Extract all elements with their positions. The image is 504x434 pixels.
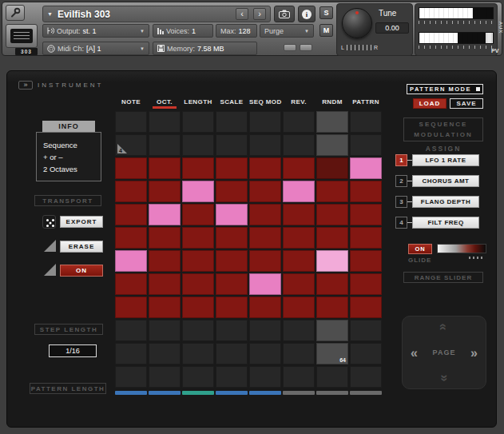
grid-cell[interactable] — [216, 320, 248, 341]
grid-cell[interactable] — [316, 250, 348, 272]
assign-slot-button[interactable]: CHORUS AMT — [412, 175, 479, 187]
column-header-seq-mod[interactable]: SEQ MOD — [249, 97, 281, 107]
grid-cell[interactable] — [316, 134, 348, 156]
grid-cell[interactable] — [115, 273, 147, 295]
grid-cell[interactable] — [283, 157, 315, 179]
grid-cell[interactable] — [249, 320, 281, 341]
max-voices-display[interactable]: Max: 128 — [216, 24, 257, 38]
column-header-length[interactable]: LENGTH — [182, 97, 214, 107]
grid-cell[interactable] — [350, 204, 382, 225]
grid-cell[interactable] — [115, 366, 147, 388]
grid-cell[interactable] — [283, 320, 315, 341]
grid-cell[interactable] — [350, 250, 382, 272]
snapshot-button[interactable] — [274, 6, 295, 22]
grid-cell[interactable] — [216, 204, 248, 225]
erase-button[interactable]: ERASE — [60, 241, 103, 253]
grid-cell[interactable] — [350, 273, 382, 295]
grid-cell[interactable] — [149, 111, 181, 133]
pattern-footer-bar[interactable] — [182, 391, 214, 395]
grid-cell[interactable] — [316, 273, 348, 295]
grid-cell[interactable] — [182, 181, 214, 202]
grid-cell[interactable] — [283, 227, 315, 249]
purge-menu[interactable]: Purge ▼ — [260, 24, 314, 38]
grid-cell[interactable] — [283, 181, 315, 202]
pattern-footer-bar[interactable] — [216, 391, 248, 395]
grid-cell[interactable] — [216, 181, 248, 202]
grid-cell[interactable] — [316, 204, 348, 225]
assign-slot-badge[interactable]: 1 — [395, 154, 407, 166]
grid-cell[interactable] — [316, 157, 348, 179]
grid-cell[interactable] — [249, 111, 281, 133]
minimize-instrument-button[interactable] — [6, 24, 38, 48]
grid-cell[interactable] — [115, 157, 147, 179]
grid-cell[interactable] — [182, 273, 214, 295]
instrument-title-bar[interactable]: ▼ Evilfish 303 ‹ › — [42, 6, 271, 22]
grid-cell[interactable] — [350, 134, 382, 156]
mute-button[interactable]: M — [319, 24, 333, 37]
column-header-rev-[interactable]: REV. — [283, 97, 315, 107]
grid-cell[interactable] — [182, 204, 214, 225]
grid-cell[interactable] — [316, 320, 348, 341]
page-up-button[interactable]: « — [437, 324, 450, 331]
grid-cell[interactable] — [182, 320, 214, 341]
dice-icon[interactable] — [42, 215, 56, 229]
grid-cell[interactable] — [350, 297, 382, 318]
pattern-footer-bar[interactable] — [283, 391, 315, 395]
grid-cell[interactable] — [283, 273, 315, 295]
grid-cell[interactable] — [149, 250, 181, 272]
grid-cell[interactable] — [249, 181, 281, 202]
grid-cell[interactable] — [115, 250, 147, 272]
save-button[interactable]: SAVE — [450, 98, 483, 109]
grid-cell[interactable] — [149, 273, 181, 295]
grid-cell[interactable] — [115, 297, 147, 318]
grid-cell[interactable] — [182, 157, 214, 179]
grid-cell[interactable] — [249, 273, 281, 295]
grid-cell[interactable] — [149, 320, 181, 341]
column-header-oct-[interactable]: OCT. — [149, 97, 181, 107]
edit-instrument-button[interactable] — [6, 5, 25, 21]
grid-cell[interactable] — [283, 343, 315, 364]
grid-cell[interactable] — [249, 157, 281, 179]
assign-slot-badge[interactable]: 2 — [395, 175, 407, 187]
grid-cell[interactable] — [283, 111, 315, 133]
grid-cell[interactable] — [115, 111, 147, 133]
grid-cell[interactable] — [149, 157, 181, 179]
grid-cell[interactable] — [216, 366, 248, 388]
grid-cell[interactable] — [182, 134, 214, 156]
grid-cell[interactable] — [316, 181, 348, 202]
grid-cell[interactable] — [249, 366, 281, 388]
grid-cell[interactable] — [149, 181, 181, 202]
step-length-value[interactable]: 1/16 — [49, 344, 97, 357]
grid-cell[interactable] — [182, 227, 214, 249]
pattern-footer-bar[interactable] — [350, 391, 382, 395]
prev-instrument-button[interactable]: ‹ — [236, 8, 248, 20]
grid-cell[interactable] — [182, 297, 214, 318]
grid-cell[interactable] — [149, 204, 181, 225]
grid-cell[interactable] — [115, 343, 147, 364]
pattern-footer-bar[interactable] — [249, 391, 281, 395]
ramp-icon[interactable] — [44, 240, 56, 252]
export-button[interactable]: EXPORT — [60, 216, 103, 228]
grid-cell[interactable] — [115, 320, 147, 341]
grid-cell[interactable] — [149, 343, 181, 364]
grid-cell[interactable] — [149, 227, 181, 249]
pattern-footer-bar[interactable] — [149, 391, 181, 395]
grid-cell[interactable] — [249, 204, 281, 225]
grid-cell[interactable] — [249, 297, 281, 318]
pv-label[interactable]: PV — [491, 48, 498, 54]
aux-label[interactable]: AUX — [498, 22, 503, 34]
grid-cell[interactable] — [149, 134, 181, 156]
grid-cell[interactable] — [149, 297, 181, 318]
grid-cell[interactable] — [182, 343, 214, 364]
grid-cell[interactable] — [115, 181, 147, 202]
grid-cell[interactable] — [316, 297, 348, 318]
solo-button[interactable]: S — [319, 6, 333, 19]
collapse-arrow-icon[interactable]: ▼ — [47, 11, 53, 17]
grid-cell[interactable] — [350, 111, 382, 133]
grid-cell[interactable] — [350, 366, 382, 388]
midi-channel-selector[interactable]: Midi Ch: [A] 1 ▼ — [42, 42, 149, 55]
grid-cell[interactable] — [249, 343, 281, 364]
grid-cell[interactable] — [216, 227, 248, 249]
next-instrument-button[interactable]: › — [253, 8, 266, 20]
grid-cell[interactable] — [350, 227, 382, 249]
